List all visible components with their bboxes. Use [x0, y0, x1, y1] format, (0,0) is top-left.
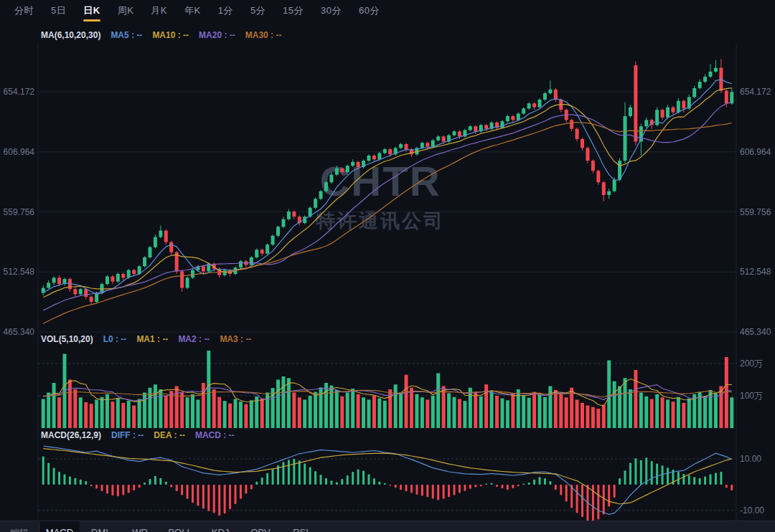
volume-bar	[175, 386, 179, 429]
macd-histogram-bar	[74, 478, 76, 485]
macd-histogram-bar	[603, 485, 605, 514]
candle-body	[143, 257, 146, 266]
volume-bar	[73, 389, 77, 428]
volume-bar	[709, 390, 713, 428]
volume-bar	[442, 386, 446, 429]
candle-body	[346, 166, 349, 172]
macd-histogram-bar	[395, 485, 397, 488]
macd-histogram-bar	[634, 458, 637, 485]
macd-histogram-bar	[320, 475, 322, 485]
volume-bar	[255, 396, 258, 428]
macd-histogram-bar	[111, 485, 113, 495]
macd-histogram-bar	[555, 485, 557, 490]
candle-body	[335, 168, 339, 175]
candle-body	[281, 219, 285, 227]
candle-body	[292, 212, 296, 217]
volume-bar	[490, 391, 494, 428]
volume-bar	[537, 394, 541, 428]
candle-body	[164, 231, 168, 242]
price-axis-label-right: 559.756	[740, 208, 771, 217]
volume-bar	[687, 399, 691, 428]
macd-histogram-bar	[400, 485, 402, 490]
candle-body	[537, 100, 541, 108]
candle-body	[319, 191, 323, 199]
macd-histogram-bar	[53, 468, 55, 485]
volume-bar	[634, 370, 637, 428]
candle-body	[121, 274, 125, 277]
macd-histogram-bar	[170, 485, 172, 488]
volume-bar	[548, 386, 552, 429]
macd-histogram-bar	[299, 460, 301, 485]
indicator-tab-WR[interactable]: WR	[120, 521, 160, 532]
macd-histogram-bar	[85, 481, 87, 485]
macd-histogram-bar	[426, 485, 428, 497]
volume-bar	[250, 400, 253, 428]
volume-bar	[554, 390, 558, 428]
indicator-tab-DMI[interactable]: DMI	[80, 521, 120, 532]
volume-bar	[661, 397, 664, 428]
candle-body	[522, 108, 525, 113]
macd-histogram-bar	[218, 485, 220, 516]
macd-histogram-bar	[69, 476, 71, 485]
candle-body	[111, 277, 114, 282]
macd-histogram-bar	[266, 473, 268, 485]
candle-body	[105, 277, 109, 285]
macd-histogram-bar	[522, 484, 525, 485]
volume-bar	[677, 397, 680, 428]
edit-button[interactable]: 编辑	[0, 521, 39, 532]
macd-histogram-bar	[576, 485, 578, 513]
macd-histogram-bar	[549, 481, 551, 485]
candle-body	[180, 271, 184, 288]
macd-histogram-bar	[213, 485, 215, 513]
price-ma10-line	[43, 88, 732, 298]
macd-histogram-bar	[378, 482, 380, 485]
candle-body	[372, 156, 376, 159]
macd-histogram-bar	[629, 462, 631, 485]
macd-histogram-bar	[197, 485, 199, 506]
macd-histogram-bar	[250, 485, 253, 489]
indicator-tab-RSI[interactable]: RSI	[281, 521, 321, 532]
candle-body	[692, 88, 696, 97]
candle-body	[474, 126, 477, 131]
indicator-tab-BOLL[interactable]: BOLL	[160, 521, 200, 532]
volume-bar	[650, 399, 654, 429]
candle-body	[90, 297, 93, 302]
candle-body	[671, 108, 675, 113]
candle-body	[581, 139, 584, 148]
indicator-tab-KDJ[interactable]: KDJ	[200, 521, 240, 532]
candle-body	[655, 110, 659, 125]
macd-histogram-bar	[101, 485, 103, 491]
indicator-tab-OBV[interactable]: OBV	[240, 521, 281, 532]
macd-histogram-bar	[464, 485, 466, 491]
volume-bar	[207, 351, 210, 428]
volume-bar	[644, 396, 648, 428]
candle-body	[132, 270, 136, 274]
candle-body	[266, 244, 269, 253]
volume-bar	[410, 388, 413, 428]
volume-bar	[52, 383, 56, 428]
candle-body	[377, 153, 381, 159]
ma-legend-item-2: MA20 : --	[199, 30, 235, 40]
volume-bar	[309, 396, 312, 428]
macd-histogram-bar	[389, 485, 391, 486]
price-ma6-line	[43, 80, 732, 294]
indicator-tab-MACD[interactable]: MACD	[39, 521, 80, 532]
macd-histogram-bar	[133, 485, 135, 490]
macd-histogram-bar	[240, 485, 242, 499]
macd-histogram-bar	[245, 485, 247, 494]
candlestick-chart-canvas[interactable]	[0, 0, 775, 532]
macd-histogram-bar	[181, 485, 183, 495]
volume-bar	[292, 393, 296, 429]
volume-bar	[415, 394, 418, 428]
candle-body	[469, 126, 472, 130]
candle-body	[624, 116, 627, 161]
macd-histogram-bar	[704, 476, 706, 485]
volume-bar	[500, 399, 504, 428]
volume-bar	[394, 384, 398, 428]
macd-histogram-bar	[272, 469, 274, 485]
volume-bar	[68, 380, 72, 429]
candle-body	[532, 103, 536, 107]
macd-histogram-bar	[202, 485, 205, 508]
candle-body	[682, 101, 685, 109]
volume-axis-label: 100万	[740, 391, 763, 400]
